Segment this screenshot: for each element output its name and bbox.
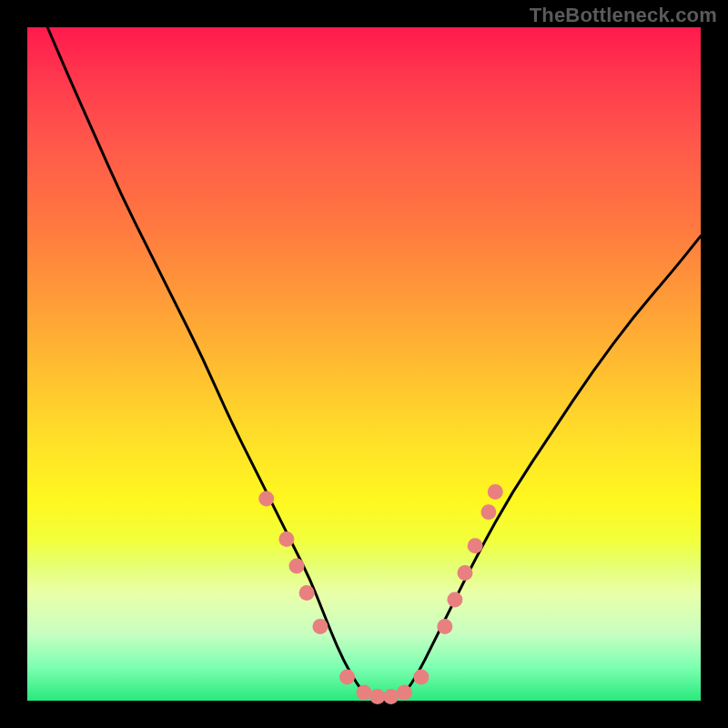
highlight-dot xyxy=(289,559,305,574)
highlight-dot xyxy=(258,491,274,507)
highlight-dot xyxy=(437,619,452,634)
highlight-dot xyxy=(413,670,429,685)
highlight-dot xyxy=(278,531,294,547)
bottleneck-curve xyxy=(47,27,701,697)
plot-area xyxy=(27,27,701,701)
highlight-dot xyxy=(299,585,315,601)
highlight-dots-group xyxy=(258,484,503,704)
watermark-text: TheBottleneck.com xyxy=(530,4,717,27)
highlight-dot xyxy=(369,689,385,704)
highlight-dot xyxy=(447,592,462,608)
highlight-dot xyxy=(357,685,372,701)
highlight-dot xyxy=(339,670,355,685)
highlight-dot xyxy=(458,565,473,581)
highlight-dot xyxy=(397,685,412,701)
curve-layer xyxy=(27,27,701,701)
highlight-dot xyxy=(488,484,503,500)
chart-stage: TheBottleneck.com xyxy=(0,0,728,728)
highlight-dot xyxy=(312,619,328,634)
highlight-dot xyxy=(383,689,399,704)
highlight-dot xyxy=(480,504,496,520)
highlight-dot xyxy=(468,538,483,553)
